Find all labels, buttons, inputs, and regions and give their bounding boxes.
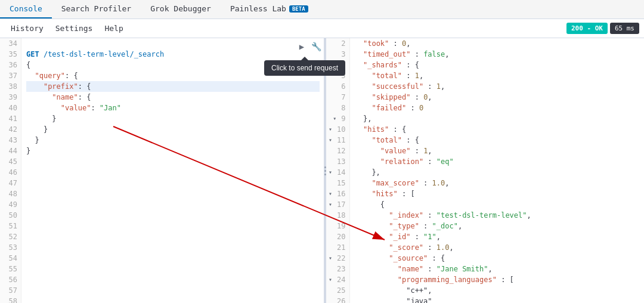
editor-toolbar: ▶ 🔧 [296,41,322,52]
code-editor[interactable]: 3435363738394041424344454647484950515253… [0,38,324,303]
time-badge: 65 ms [610,23,639,34]
beta-badge: BETA [289,5,308,13]
main-content: Click to send request ▶ 🔧 34353637383940… [0,38,644,303]
tab-console[interactable]: Console [0,0,52,18]
tab-bar: Console Search Profiler Grok Debugger Pa… [0,0,644,19]
wrench-button[interactable]: 🔧 [310,41,322,52]
menu-settings[interactable]: Settings [49,19,99,38]
tab-search-profiler[interactable]: Search Profiler [52,0,141,18]
send-request-tooltip: Click to send request [264,60,345,76]
response-code-lines: "took" : 0, "timed_out" : false, "_shard… [350,38,645,303]
menu-history[interactable]: History [5,19,49,38]
run-button[interactable]: ▶ [296,41,308,52]
editor-panel: ▶ 🔧 343536373839404142434445464748495051… [0,38,325,303]
code-lines: GET /test-dsl-term-level/_search{ "query… [21,38,324,303]
status-badge: 200 - OK [566,23,608,34]
menu-bar: History Settings Help 200 - OK 65 ms [0,19,644,38]
response-line-numbers: 23▾ 45678▾ 9▾ 10▾ 111213▾ 1415▾ 16▾ 1718… [325,38,350,303]
line-numbers: 3435363738394041424344454647484950515253… [0,38,21,303]
panel-divider[interactable] [324,38,326,303]
tab-painless-lab[interactable]: Painless Lab BETA [221,0,318,18]
response-panel: 23▾ 45678▾ 9▾ 10▾ 111213▾ 1415▾ 16▾ 1718… [325,38,644,303]
menu-help[interactable]: Help [98,19,129,38]
tab-grok-debugger[interactable]: Grok Debugger [141,0,221,18]
